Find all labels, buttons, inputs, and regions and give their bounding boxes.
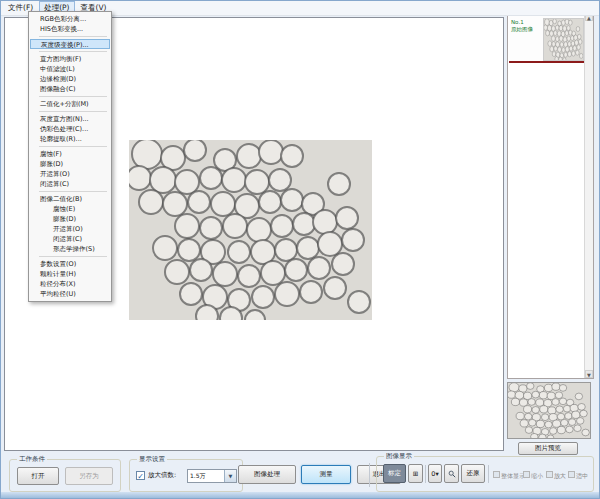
scroll-down-icon[interactable]: ▼ [585,370,593,378]
particle-circle [565,19,569,24]
particle-circle [342,229,364,251]
particle-circle [318,232,342,256]
particle-circle [175,170,199,194]
particle-circle [568,20,572,25]
list-item-thumbnail [543,18,584,61]
particle-circle [525,427,532,434]
particle-circle [548,407,556,414]
menu-item[interactable]: 轮廓提取(R)... [29,134,111,144]
display-groupbox-label: 显示设置 [137,455,167,464]
menu-item[interactable]: 边缘检测(D) [29,74,111,84]
particle-circle [555,37,559,42]
particle-circle [139,190,163,214]
menu-item[interactable]: 开运算(O) [29,169,111,179]
particle-circle [222,168,246,192]
whole-view-option[interactable]: 整体显示 [493,471,525,481]
particle-circle [554,46,558,51]
measure-button[interactable]: 测量 [301,465,351,484]
particle-circle [544,384,552,391]
zoom-out-option[interactable]: 缩小 [523,471,543,481]
menu-item[interactable]: 形态学操作(S) [29,244,111,254]
menu-item[interactable]: 直方图均衡(F) [29,54,111,64]
particle-circle [511,398,519,405]
menu-item[interactable]: 膨胀(D) [29,159,111,169]
toolbar-divider [488,465,489,483]
menu-item[interactable]: 膨胀(D) [29,214,111,224]
particle-circle [566,26,570,31]
menu-item[interactable]: 中值滤波(L) [29,64,111,74]
particle-circle [563,405,570,412]
menu-item[interactable]: 闭运算(C) [29,234,111,244]
menu-item[interactable]: 图像二值化(B) [29,194,111,204]
menu-item[interactable]: 平均粒径(U) [29,289,111,299]
menu-item[interactable]: 参数设置(O) [29,259,111,269]
particle-circle [348,291,370,313]
particle-circle [543,25,547,30]
menu-item[interactable]: 颗粒计量(H) [29,269,111,279]
combo-arrow-icon[interactable]: ▼ [224,470,236,482]
menu-item[interactable]: 腐蚀(E) [29,204,111,214]
particle-circle [293,213,315,235]
option-icon [523,471,530,478]
particle-circle [551,26,555,31]
particle-circle [565,47,569,52]
menu-item[interactable]: 闭运算(C) [29,179,111,189]
magnifier-icon[interactable] [444,464,459,483]
particle-circle [223,214,247,238]
zoom-in-option[interactable]: 放大 [546,471,566,481]
particle-circle [237,144,261,168]
menu-item[interactable]: 粒径分布(X) [29,279,111,289]
particle-circle [578,403,585,410]
particle-circle [561,20,565,25]
particle-circle [570,36,574,41]
particle-circle [553,19,557,24]
particle-circle [555,57,559,61]
particle-circle [555,25,559,30]
menu-item[interactable]: HIS色彩变换... [29,24,111,34]
particle-circle [547,435,554,439]
particle-circle [313,210,337,234]
menu-item[interactable]: 二值化+分割(M) [29,99,111,109]
image-history-list[interactable]: No.1 原始图像 ▲ ▼ [507,12,594,379]
particle-circle [228,241,250,263]
list-item[interactable]: No.1 原始图像 [509,14,584,63]
zoom-step-stepper[interactable]: 0▾ [428,464,442,483]
menu-separator [39,111,107,112]
particle-circle [269,169,291,191]
menu-item[interactable]: 开运算(O) [29,224,111,234]
open-button[interactable]: 打开 [17,467,59,485]
particle-circle [211,192,235,216]
fit-button[interactable]: 还原 [461,464,485,483]
open-groupbox-label: 工作条件 [17,455,47,464]
particle-circle [557,413,564,420]
fit-option[interactable]: 适中 [568,471,588,481]
menu-item[interactable]: 灰度级变换(P)... [30,39,110,49]
grid-icon[interactable]: ⊞ [408,464,423,483]
menu-item[interactable]: 灰度直方图(N)... [29,114,111,124]
particle-circle [528,399,535,406]
particle-circle [573,35,577,40]
particle-circle [308,257,330,279]
particle-circle [539,434,546,439]
particle-circle [557,426,565,433]
particle-circle [285,259,307,281]
particle-circle [575,50,579,55]
magnification-combobox[interactable]: 1.5万 ▼ [187,469,237,483]
calibrate-button[interactable]: 标定 [383,464,406,483]
particle-circle [524,392,532,399]
particle-circle [563,37,567,42]
particle-circle [564,52,568,57]
list-scrollbar[interactable]: ▲ ▼ [584,13,593,378]
particle-circle [559,36,563,41]
particle-circle [571,41,575,46]
particle-circle [196,305,218,320]
menu-item[interactable]: 伪彩色处理(C)... [29,124,111,134]
process-image-button[interactable]: 图像处理 [238,465,296,484]
menu-item[interactable]: RGB色彩分离... [29,14,111,24]
preview-button[interactable]: 图片预览 [518,442,578,455]
menu-item[interactable]: 腐蚀(F) [29,149,111,159]
menu-item[interactable]: 图像融合(C) [29,84,111,94]
show-marks-checkbox[interactable]: ✓ [136,471,145,480]
save-as-button[interactable]: 另存为 [65,467,113,485]
particle-circle [545,421,552,428]
